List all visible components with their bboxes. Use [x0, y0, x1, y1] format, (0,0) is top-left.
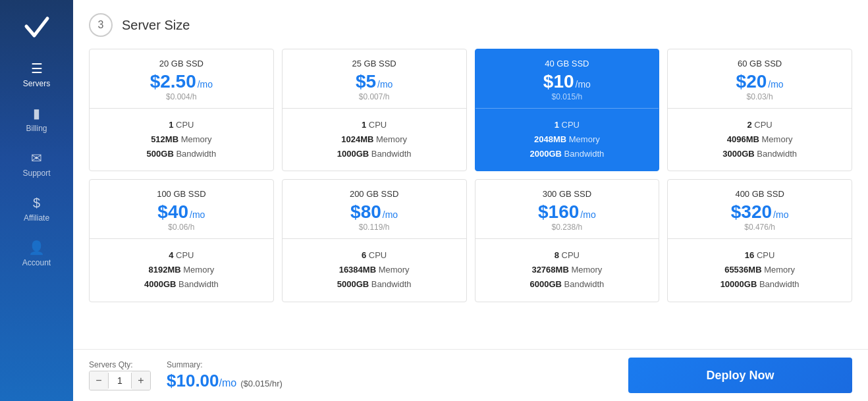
- plan-price-dollar: $20: [736, 72, 767, 91]
- plan-price-dollar: $160: [538, 203, 579, 221]
- plan-price-unit: /mo: [773, 209, 788, 220]
- plan-price-dollar: $320: [731, 203, 772, 221]
- account-icon: 👤: [28, 241, 45, 254]
- plan-spec: 1 CPU 1024MB Memory 1000GB Bandwidth: [290, 118, 458, 161]
- plan-price-hourly: $0.476/h: [676, 223, 844, 232]
- summary-label: Summary:: [167, 360, 283, 369]
- main-content: 3 Server Size 20 GB SSD $2.50 /mo $0.004…: [73, 0, 868, 401]
- plan-price-row: $160 /mo: [483, 203, 651, 221]
- plan-price-row: $2.50 /mo: [97, 72, 265, 91]
- plan-bottom: 1 CPU 1024MB Memory 1000GB Bandwidth: [283, 109, 466, 171]
- logo: [17, 7, 57, 46]
- plan-price-unit: /mo: [768, 79, 783, 90]
- plan-card-plan-60gb[interactable]: 60 GB SSD $20 /mo $0.03/h 2 CPU 4096MB M…: [667, 49, 852, 171]
- sidebar-label-affiliate: Affiliate: [24, 213, 49, 223]
- qty-section: Servers Qty: − 1 +: [89, 360, 151, 390]
- plan-bottom: 2 CPU 4096MB Memory 3000GB Bandwidth: [668, 109, 852, 171]
- plan-top: 200 GB SSD $80 /mo $0.119/h: [283, 180, 466, 239]
- support-icon: ✉: [31, 151, 42, 165]
- plan-price-dollar: $80: [350, 203, 381, 221]
- footer-bar: Servers Qty: − 1 + Summary: $10.00/mo ($…: [73, 349, 868, 401]
- plan-price-hourly: $0.06/h: [97, 223, 265, 232]
- sidebar-item-affiliate[interactable]: $ Affiliate: [0, 187, 73, 232]
- summary-price: $10.00/mo ($0.015/hr): [167, 371, 283, 391]
- plan-storage: 300 GB SSD: [483, 189, 651, 199]
- sidebar-item-billing[interactable]: ▮ Billing: [0, 97, 73, 142]
- qty-plus-button[interactable]: +: [132, 371, 150, 390]
- plan-price-row: $5 /mo: [290, 72, 458, 91]
- plan-price-unit: /mo: [198, 79, 213, 90]
- qty-minus-button[interactable]: −: [90, 371, 108, 390]
- plan-storage: 200 GB SSD: [290, 189, 458, 199]
- plan-storage: 100 GB SSD: [97, 189, 265, 199]
- sidebar-item-support[interactable]: ✉ Support: [0, 142, 73, 187]
- plan-top: 60 GB SSD $20 /mo $0.03/h: [668, 49, 852, 109]
- plan-card-plan-400gb[interactable]: 400 GB SSD $320 /mo $0.476/h 16 CPU 6553…: [667, 179, 852, 302]
- sidebar-label-support: Support: [22, 169, 50, 178]
- plan-spec: 1 CPU 2048MB Memory 2000GB Bandwidth: [483, 118, 651, 161]
- section-title: Server Size: [122, 18, 190, 33]
- affiliate-icon: $: [33, 196, 40, 209]
- sidebar-label-servers: Servers: [23, 79, 50, 88]
- plan-spec: 8 CPU 32768MB Memory 6000GB Bandwidth: [483, 248, 651, 292]
- plan-price-hourly: $0.119/h: [290, 223, 458, 232]
- servers-icon: ☰: [31, 62, 43, 75]
- plan-price-hourly: $0.015/h: [483, 92, 651, 101]
- billing-icon: ▮: [33, 107, 40, 120]
- plan-price-hourly: $0.238/h: [483, 223, 651, 232]
- plan-top: 20 GB SSD $2.50 /mo $0.004/h: [90, 49, 273, 109]
- plan-storage: 25 GB SSD: [290, 59, 458, 68]
- plan-card-plan-100gb[interactable]: 100 GB SSD $40 /mo $0.06/h 4 CPU 8192MB …: [89, 179, 274, 302]
- summary-price-hourly: ($0.015/hr): [240, 379, 283, 388]
- section-header: 3 Server Size: [89, 13, 852, 37]
- plan-storage: 60 GB SSD: [676, 59, 844, 68]
- plans-grid: 20 GB SSD $2.50 /mo $0.004/h 1 CPU 512MB…: [89, 49, 852, 302]
- plan-top: 300 GB SSD $160 /mo $0.238/h: [475, 180, 659, 239]
- plan-bottom: 6 CPU 16384MB Memory 5000GB Bandwidth: [283, 239, 466, 301]
- plan-price-hourly: $0.03/h: [676, 92, 844, 101]
- summary-section: Summary: $10.00/mo ($0.015/hr): [167, 360, 283, 391]
- plan-price-dollar: $40: [157, 203, 188, 221]
- plan-price-unit: /mo: [580, 209, 595, 220]
- plan-price-unit: /mo: [377, 79, 393, 90]
- plan-card-plan-20gb[interactable]: 20 GB SSD $2.50 /mo $0.004/h 1 CPU 512MB…: [89, 49, 274, 171]
- plan-bottom: 1 CPU 2048MB Memory 2000GB Bandwidth: [475, 109, 659, 171]
- plan-top: 100 GB SSD $40 /mo $0.06/h: [90, 180, 273, 239]
- plan-storage: 20 GB SSD: [97, 59, 265, 68]
- plan-spec: 1 CPU 512MB Memory 500GB Bandwidth: [97, 118, 265, 161]
- plan-price-row: $80 /mo: [290, 203, 458, 221]
- plan-spec: 2 CPU 4096MB Memory 3000GB Bandwidth: [676, 118, 844, 161]
- plan-storage: 40 GB SSD: [483, 59, 651, 68]
- plan-storage: 400 GB SSD: [676, 189, 844, 199]
- summary-price-value: $10.00: [167, 371, 219, 390]
- sidebar: ☰ Servers ▮ Billing ✉ Support $ Affiliat…: [0, 0, 73, 401]
- sidebar-label-billing: Billing: [26, 124, 47, 133]
- content-area: 3 Server Size 20 GB SSD $2.50 /mo $0.004…: [73, 0, 868, 349]
- plan-price-dollar: $10: [543, 72, 574, 91]
- plan-price-row: $10 /mo: [483, 72, 651, 91]
- step-number: 3: [89, 13, 113, 37]
- qty-value: 1: [108, 373, 132, 388]
- plan-price-row: $20 /mo: [676, 72, 844, 91]
- sidebar-label-account: Account: [22, 258, 51, 267]
- plan-card-plan-300gb[interactable]: 300 GB SSD $160 /mo $0.238/h 8 CPU 32768…: [475, 179, 660, 302]
- plan-bottom: 16 CPU 65536MB Memory 10000GB Bandwidth: [668, 239, 852, 301]
- sidebar-item-servers[interactable]: ☰ Servers: [0, 53, 73, 97]
- plan-price-unit: /mo: [190, 209, 205, 220]
- qty-label: Servers Qty:: [89, 360, 151, 369]
- qty-controls: − 1 +: [89, 371, 151, 390]
- plan-spec: 4 CPU 8192MB Memory 4000GB Bandwidth: [97, 248, 265, 292]
- plan-price-unit: /mo: [383, 209, 398, 220]
- plan-top: 40 GB SSD $10 /mo $0.015/h: [475, 49, 659, 109]
- plan-card-plan-200gb[interactable]: 200 GB SSD $80 /mo $0.119/h 6 CPU 16384M…: [282, 179, 467, 302]
- plan-bottom: 1 CPU 512MB Memory 500GB Bandwidth: [90, 109, 273, 171]
- plan-bottom: 8 CPU 32768MB Memory 6000GB Bandwidth: [475, 239, 659, 301]
- plan-spec: 6 CPU 16384MB Memory 5000GB Bandwidth: [290, 248, 458, 292]
- sidebar-item-account[interactable]: 👤 Account: [0, 232, 73, 277]
- plan-card-plan-25gb[interactable]: 25 GB SSD $5 /mo $0.007/h 1 CPU 1024MB M…: [282, 49, 467, 171]
- plan-price-dollar: $5: [356, 72, 376, 91]
- plan-price-row: $320 /mo: [676, 203, 844, 221]
- plan-price-unit: /mo: [576, 79, 591, 90]
- plan-card-plan-40gb[interactable]: 40 GB SSD $10 /mo $0.015/h 1 CPU 2048MB …: [475, 49, 660, 171]
- deploy-now-button[interactable]: Deploy Now: [628, 358, 852, 393]
